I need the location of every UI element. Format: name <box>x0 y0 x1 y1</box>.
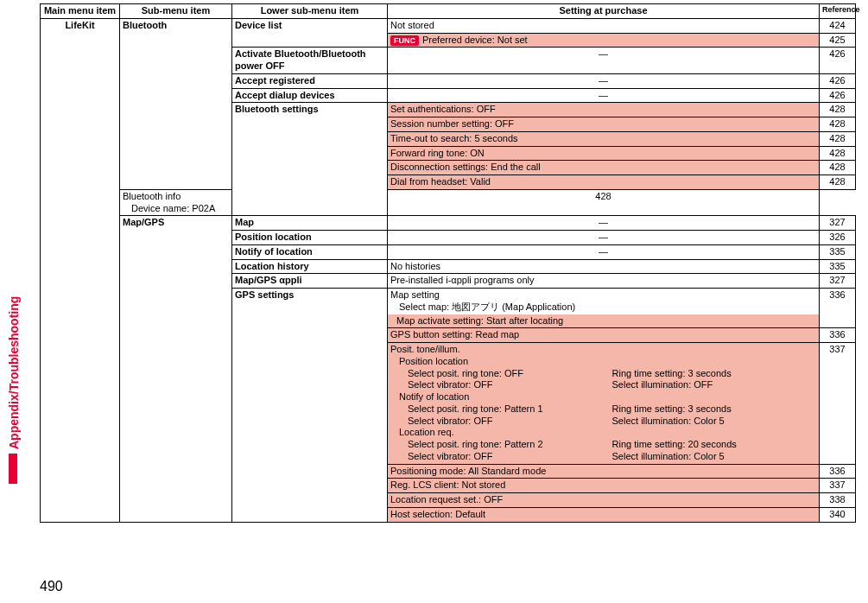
bt-disconnect: Disconnection settings: End the call <box>388 161 819 175</box>
ref-pos-mode: 336 <box>820 464 856 479</box>
posit-notify-header: Notify of location <box>390 391 816 403</box>
ref-424: 424 <box>820 18 856 33</box>
locreq-ringtime: Ring time setting: 20 seconds <box>612 439 817 451</box>
lower-location-history: Location history <box>232 259 388 274</box>
ref-bt-0: 428 <box>820 103 856 117</box>
sub-bluetooth: Bluetooth <box>120 18 232 189</box>
setting-accept-dialup: ― <box>388 88 820 103</box>
lower-bt-settings: Bluetooth settings <box>232 103 388 216</box>
posloc-vib: Select vibrator: OFF <box>390 379 612 391</box>
lower-accept-dialup: Accept dialup devices <box>232 88 388 103</box>
notify-illum: Select illumination: Color 5 <box>612 416 817 428</box>
notify-ring: Select posit. ring tone: Pattern 1 <box>390 403 612 416</box>
ref-bt-info: 428 <box>388 189 820 216</box>
map-activate-setting: Map activate setting: Start after locati… <box>388 314 819 328</box>
ref-loc-req-set: 338 <box>820 493 856 508</box>
ref-posit-tone: 337 <box>820 343 856 465</box>
ref-accept-registered: 426 <box>820 73 856 88</box>
ref-host-sel: 340 <box>820 507 856 522</box>
lower-gps-settings: GPS settings <box>232 289 388 523</box>
lower-accept-registered: Accept registered <box>232 73 388 88</box>
header-main: Main menu item <box>41 4 120 19</box>
setting-appli: Pre-installed i-αppli programs only <box>388 274 820 289</box>
page-number: 490 <box>40 579 63 594</box>
setting-activate: ― <box>388 48 820 74</box>
ref-map: 327 <box>820 216 856 231</box>
bt-info-line2: Device name: P02A <box>123 203 229 215</box>
gps-button-setting: GPS button setting: Read map <box>388 328 819 342</box>
bt-info: Bluetooth info Device name: P02A <box>120 190 231 216</box>
setting-preferred-device: FUNCPreferred device: Not set <box>388 34 819 48</box>
bt-session-number: Session number setting: OFF <box>388 117 819 131</box>
header-sub: Sub-menu item <box>120 4 232 19</box>
bt-timeout: Time-out to search: 5 seconds <box>388 132 819 146</box>
notify-ringtime: Ring time setting: 3 seconds <box>612 403 817 416</box>
settings-table: Main menu item Sub-menu item Lower sub-m… <box>40 3 856 523</box>
ref-activate: 426 <box>820 48 856 74</box>
posit-locreq-header: Location req. <box>390 427 816 439</box>
ref-notify: 335 <box>820 244 856 259</box>
reg-lcs-client: Reg. LCS client: Not stored <box>388 479 819 492</box>
settings-table-wrapper: Main menu item Sub-menu item Lower sub-m… <box>40 3 856 523</box>
location-request-set: Location request set.: OFF <box>388 493 819 507</box>
lower-notify-location: Notify of location <box>232 244 388 259</box>
posit-title: Posit. tone/illum. <box>390 344 816 356</box>
ref-425: 425 <box>820 33 856 48</box>
ref-reg-lcs: 337 <box>820 479 856 493</box>
lower-map: Map <box>232 216 388 231</box>
ref-bt-4: 428 <box>820 161 856 175</box>
ref-gps-button: 336 <box>820 328 856 343</box>
lower-device-list: Device list <box>232 18 388 48</box>
lower-position-location: Position location <box>232 231 388 245</box>
locreq-vib: Select vibrator: OFF <box>390 451 612 463</box>
main-menu-item: LifeKit <box>41 18 120 522</box>
bt-dial-headset: Dial from headset: Valid <box>388 175 819 189</box>
setting-accept-registered: ― <box>388 73 820 88</box>
map-setting-block: Map setting Select map: 地図アプリ (Map Appli… <box>388 289 819 314</box>
map-setting-title: Map setting <box>390 289 816 302</box>
positioning-mode: Positioning mode: All Standard mode <box>388 465 819 479</box>
ref-accept-dialup: 426 <box>820 88 856 103</box>
ref-map-setting: 336 <box>820 289 856 328</box>
posit-posloc-header: Position location <box>390 356 816 368</box>
func-badge: FUNC <box>390 35 419 46</box>
lower-mapgps-appli: Map/GPS αppli <box>232 274 388 289</box>
preferred-device-text: Preferred device: Not set <box>422 35 528 45</box>
host-selection: Host selection: Default <box>388 508 819 522</box>
ref-appli: 327 <box>820 274 856 289</box>
notify-vib: Select vibrator: OFF <box>390 416 612 428</box>
posloc-illum: Select illumination: OFF <box>612 379 817 391</box>
ref-bt-3: 428 <box>820 146 856 161</box>
posloc-ringtime: Ring time setting: 3 seconds <box>612 368 817 380</box>
locreq-ring: Select posit. ring tone: Pattern 2 <box>390 439 612 451</box>
side-tab-marker <box>9 454 17 484</box>
bt-set-auth: Set authentications: OFF <box>388 103 819 117</box>
posloc-ring: Select posit. ring tone: OFF <box>390 368 612 380</box>
side-tab: Appendix/Troubleshooting <box>9 328 28 484</box>
header-setting: Setting at purchase <box>388 4 820 19</box>
sub-mapgps: Map/GPS <box>120 216 232 522</box>
header-reference: Reference <box>820 4 856 19</box>
side-tab-label: Appendix/Troubleshooting <box>7 296 21 449</box>
setting-notify: ― <box>388 244 820 259</box>
ref-posloc: 326 <box>820 231 856 245</box>
posit-tone-illum: Posit. tone/illum. Position location Sel… <box>388 343 819 464</box>
locreq-illum: Select illumination: Color 5 <box>612 451 817 463</box>
setting-not-stored: Not stored <box>388 19 819 33</box>
bt-forward-ring: Forward ring tone: ON <box>388 147 819 161</box>
ref-bt-5: 428 <box>820 175 856 190</box>
lower-activate-bt: Activate Bluetooth/Bluetooth power OFF <box>232 48 388 74</box>
setting-history: No histories <box>388 259 820 274</box>
setting-posloc: ― <box>388 231 820 245</box>
ref-history: 335 <box>820 259 856 274</box>
setting-map: ― <box>388 216 820 231</box>
map-setting-select: Select map: 地図アプリ (Map Application) <box>390 302 816 314</box>
ref-bt-2: 428 <box>820 131 856 146</box>
ref-bt-1: 428 <box>820 117 856 132</box>
bt-info-line1: Bluetooth info <box>123 191 229 203</box>
header-lower: Lower sub-menu item <box>232 4 388 19</box>
